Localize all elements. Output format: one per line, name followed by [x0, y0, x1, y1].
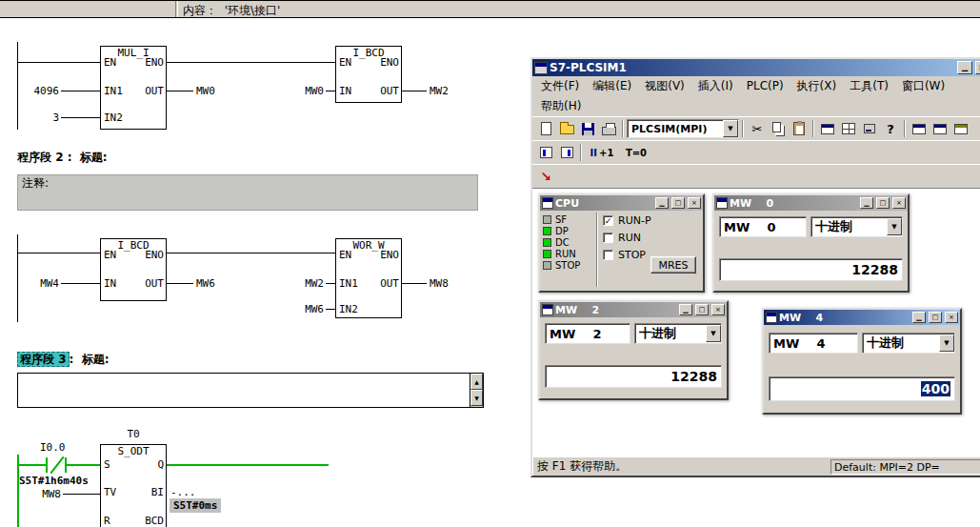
toolbar-separator: [622, 120, 624, 137]
copy-icon[interactable]: [768, 119, 789, 138]
close-button[interactable]: ×: [711, 304, 725, 315]
content-label: 内容： '环境\接口': [183, 3, 280, 19]
cascade-windows-icon[interactable]: [817, 119, 838, 138]
operand-in2[interactable]: MW6: [286, 303, 324, 315]
checkbox-checked[interactable]: ✓: [603, 215, 613, 226]
close-button[interactable]: ×: [688, 197, 701, 209]
mres-button[interactable]: MRES: [650, 256, 696, 274]
operand-out[interactable]: MW8: [430, 277, 449, 290]
minimize-button[interactable]: ▁: [655, 197, 669, 209]
menu-help[interactable]: 帮助(H): [534, 97, 588, 115]
menu-plc[interactable]: PLC(P): [740, 78, 790, 93]
insert-input-variable-icon[interactable]: [909, 119, 930, 138]
contact-operand[interactable]: I0.0: [40, 441, 66, 454]
cut-icon[interactable]: ✂: [747, 119, 768, 138]
menu-view[interactable]: 视图(V): [638, 77, 691, 95]
value-field[interactable]: 12288: [719, 258, 903, 281]
mw4-title-bar[interactable]: MW 4 ▁ □ ×: [764, 310, 960, 325]
value-field[interactable]: 12288: [545, 365, 722, 388]
close-button[interactable]: ×: [945, 312, 958, 323]
operand-in1[interactable]: 4096: [21, 85, 59, 97]
mw2-title-bar[interactable]: MW 2 ▁ □ ×: [540, 302, 727, 317]
network2-header[interactable]: 程序段 2 : 标题:: [17, 150, 108, 166]
menu-window[interactable]: 窗口(W): [895, 77, 951, 95]
timer-name[interactable]: T0: [100, 428, 167, 440]
manual-timer-icon[interactable]: [556, 143, 577, 162]
checkbox-unchecked[interactable]: [603, 250, 613, 260]
checkbox-unchecked[interactable]: [603, 233, 613, 243]
network3-header[interactable]: 程序段 3: 标题:: [17, 352, 109, 368]
operand-out[interactable]: MW2: [430, 85, 449, 97]
minimize-button[interactable]: ▁: [912, 312, 926, 323]
maximize-button[interactable]: □: [929, 312, 942, 323]
interface-select[interactable]: PLCSIM(MPI) ▼: [627, 119, 739, 138]
plcsim-window[interactable]: S7-PLCSIM1 ▁ □ × 文件(F)编辑(E)视图(V)插入(I)PLC…: [530, 57, 980, 477]
format-select[interactable]: 十进制▼: [810, 216, 903, 237]
nc-contact[interactable]: [46, 457, 48, 473]
format-select[interactable]: 十进制▼: [634, 323, 722, 344]
chevron-down-icon[interactable]: ▼: [887, 218, 902, 235]
menu-file[interactable]: 文件(F): [534, 77, 586, 95]
cpu-title-bar[interactable]: CPU ▁ □ ×: [540, 195, 703, 211]
run-checkbox[interactable]: RUN: [603, 232, 641, 244]
mw0-title-bar[interactable]: MW 0 ▁ □ ×: [714, 195, 908, 211]
maximize-button[interactable]: □: [671, 197, 685, 209]
mw2-window[interactable]: MW 2 ▁ □ × MW 2 十进制▼ 12288: [538, 300, 729, 400]
menu-insert[interactable]: 插入(I): [691, 77, 740, 95]
mw0-window[interactable]: MW 0 ▁ □ × MW 0 十进制▼ 12288: [712, 193, 910, 293]
open-folder-icon[interactable]: [556, 119, 577, 138]
tile-windows-icon[interactable]: [838, 119, 859, 138]
print-icon[interactable]: [598, 119, 619, 138]
network3-header-selection[interactable]: 程序段 3: [17, 352, 70, 367]
cpu-window[interactable]: CPU ▁ □ × SF DP DC RUN STOP ✓RUN-P RUN S…: [538, 193, 705, 293]
runp-checkbox[interactable]: ✓RUN-P: [603, 214, 651, 227]
operand-in[interactable]: MW0: [286, 85, 324, 97]
chevron-down-icon[interactable]: ▼: [939, 334, 954, 352]
step-plus-one-button[interactable]: II+1: [585, 143, 619, 162]
scroll-down-button[interactable]: ▼: [470, 390, 483, 406]
auto-timer-icon[interactable]: [535, 143, 556, 162]
save-icon[interactable]: [577, 119, 598, 138]
chevron-down-icon[interactable]: ▼: [723, 120, 738, 137]
time-reset-button[interactable]: T=0: [619, 143, 653, 162]
mw4-window[interactable]: MW 4 ▁ □ × MW 4 十进制▼ 400: [762, 308, 962, 415]
led-dp: DP: [543, 225, 580, 236]
new-document-icon[interactable]: [535, 119, 556, 138]
network3-title-input[interactable]: ▲ ▼: [17, 373, 484, 408]
address-field[interactable]: MW 0: [719, 216, 807, 237]
value-field[interactable]: 400: [769, 376, 955, 401]
chevron-down-icon[interactable]: ▼: [706, 325, 721, 342]
minimize-button[interactable]: ▁: [679, 304, 692, 315]
operand-in2[interactable]: 3: [21, 111, 59, 124]
context-help-icon[interactable]: ?: [880, 119, 901, 138]
stop-checkbox[interactable]: STOP: [603, 249, 646, 261]
menu-tools[interactable]: 工具(T): [843, 77, 895, 95]
red-arrow-icon[interactable]: ↘: [535, 167, 556, 186]
minimize-button[interactable]: ▁: [957, 61, 972, 74]
minimize-button[interactable]: ▁: [860, 197, 873, 209]
comment-box[interactable]: [17, 174, 478, 211]
operand-in[interactable]: MW4: [21, 277, 59, 290]
paste-icon[interactable]: [789, 119, 810, 138]
scroll-up-button[interactable]: ▲: [470, 374, 483, 390]
maximize-button[interactable]: □: [876, 197, 890, 209]
minimize-windows-icon[interactable]: [859, 119, 880, 138]
format-select[interactable]: 十进制▼: [862, 333, 955, 354]
menu-execute[interactable]: 执行(X): [790, 77, 844, 95]
insert-output-variable-icon[interactable]: [930, 119, 950, 138]
maximize-button[interactable]: □: [695, 304, 709, 315]
address-field[interactable]: MW 4: [769, 333, 858, 354]
address-field[interactable]: MW 2: [545, 323, 630, 344]
insert-memory-variable-icon[interactable]: [950, 119, 971, 138]
close-button[interactable]: ×: [892, 197, 906, 209]
scrollbar[interactable]: ▲ ▼: [470, 374, 483, 407]
maximize-button[interactable]: □: [975, 61, 980, 74]
bi-output-placeholder[interactable]: -...: [170, 486, 196, 498]
operand-in1[interactable]: MW2: [286, 277, 324, 290]
title-bar[interactable]: S7-PLCSIM1 ▁ □ ×: [532, 59, 980, 76]
operand-out[interactable]: MW0: [196, 85, 215, 97]
menu-edit[interactable]: 编辑(E): [586, 77, 638, 95]
status-bar: 按 F1 获得帮助。 Default: MPI=2 DP=: [532, 456, 980, 476]
operand-out[interactable]: MW6: [196, 277, 215, 290]
operand-tv[interactable]: MW8: [36, 488, 61, 500]
